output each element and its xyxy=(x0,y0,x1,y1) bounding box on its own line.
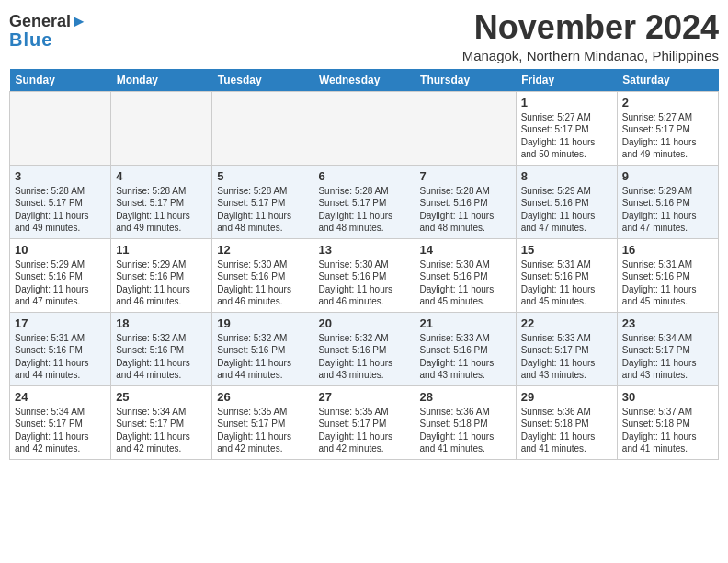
day-number: 9 xyxy=(622,169,713,183)
day-number: 26 xyxy=(217,390,308,404)
day-number: 10 xyxy=(15,243,106,257)
month-title: November 2024 xyxy=(462,9,719,46)
day-number: 11 xyxy=(116,243,207,257)
calendar-cell: 12Sunrise: 5:30 AM Sunset: 5:16 PM Dayli… xyxy=(212,238,313,312)
day-info: Sunrise: 5:31 AM Sunset: 5:16 PM Dayligh… xyxy=(15,332,106,382)
day-info: Sunrise: 5:37 AM Sunset: 5:18 PM Dayligh… xyxy=(622,406,713,455)
calendar-header-monday: Monday xyxy=(111,69,212,92)
calendar-cell: 22Sunrise: 5:33 AM Sunset: 5:17 PM Dayli… xyxy=(516,312,617,385)
day-number: 8 xyxy=(521,169,612,183)
day-number: 21 xyxy=(420,316,511,330)
day-info: Sunrise: 5:33 AM Sunset: 5:16 PM Dayligh… xyxy=(420,332,511,382)
day-number: 17 xyxy=(15,316,106,330)
calendar-cell xyxy=(212,91,313,165)
title-block: November 2024 Managok, Northern Mindanao… xyxy=(462,9,719,63)
day-number: 4 xyxy=(116,169,207,183)
calendar-cell: 15Sunrise: 5:31 AM Sunset: 5:16 PM Dayli… xyxy=(516,238,617,312)
calendar-cell: 8Sunrise: 5:29 AM Sunset: 5:16 PM Daylig… xyxy=(516,165,617,238)
calendar-cell: 3Sunrise: 5:28 AM Sunset: 5:17 PM Daylig… xyxy=(10,165,111,238)
calendar-week-row: 1Sunrise: 5:27 AM Sunset: 5:17 PM Daylig… xyxy=(10,91,719,165)
day-number: 28 xyxy=(420,390,511,404)
calendar-header-sunday: Sunday xyxy=(10,69,111,92)
day-number: 19 xyxy=(217,316,308,330)
calendar-cell xyxy=(10,91,111,165)
calendar-cell: 29Sunrise: 5:36 AM Sunset: 5:18 PM Dayli… xyxy=(516,385,617,459)
calendar-cell: 27Sunrise: 5:35 AM Sunset: 5:17 PM Dayli… xyxy=(313,385,415,459)
day-info: Sunrise: 5:27 AM Sunset: 5:17 PM Dayligh… xyxy=(521,111,612,161)
day-number: 15 xyxy=(521,243,612,257)
calendar-header-wednesday: Wednesday xyxy=(313,69,415,92)
day-info: Sunrise: 5:30 AM Sunset: 5:16 PM Dayligh… xyxy=(420,259,511,308)
day-number: 1 xyxy=(521,96,612,109)
calendar-cell: 19Sunrise: 5:32 AM Sunset: 5:16 PM Dayli… xyxy=(212,312,313,385)
day-info: Sunrise: 5:34 AM Sunset: 5:17 PM Dayligh… xyxy=(622,332,713,382)
day-info: Sunrise: 5:35 AM Sunset: 5:17 PM Dayligh… xyxy=(318,406,409,455)
calendar-cell xyxy=(415,91,516,165)
day-info: Sunrise: 5:32 AM Sunset: 5:16 PM Dayligh… xyxy=(116,332,207,382)
calendar-cell: 7Sunrise: 5:28 AM Sunset: 5:16 PM Daylig… xyxy=(415,165,516,238)
logo-blue: ► xyxy=(71,12,87,30)
calendar-cell: 13Sunrise: 5:30 AM Sunset: 5:16 PM Dayli… xyxy=(313,238,415,312)
calendar-cell: 6Sunrise: 5:28 AM Sunset: 5:17 PM Daylig… xyxy=(313,165,415,238)
calendar-header-tuesday: Tuesday xyxy=(212,69,313,92)
location-title: Managok, Northern Mindanao, Philippines xyxy=(462,48,719,63)
calendar-cell: 5Sunrise: 5:28 AM Sunset: 5:17 PM Daylig… xyxy=(212,165,313,238)
day-info: Sunrise: 5:36 AM Sunset: 5:18 PM Dayligh… xyxy=(521,406,612,455)
day-number: 16 xyxy=(622,243,713,257)
day-number: 6 xyxy=(318,169,409,183)
day-number: 12 xyxy=(217,243,308,257)
day-number: 14 xyxy=(420,243,511,257)
day-info: Sunrise: 5:33 AM Sunset: 5:17 PM Dayligh… xyxy=(521,332,612,382)
calendar-cell: 10Sunrise: 5:29 AM Sunset: 5:16 PM Dayli… xyxy=(10,238,111,312)
day-number: 7 xyxy=(420,169,511,183)
calendar-cell: 11Sunrise: 5:29 AM Sunset: 5:16 PM Dayli… xyxy=(111,238,212,312)
day-number: 5 xyxy=(217,169,308,183)
calendar-cell: 23Sunrise: 5:34 AM Sunset: 5:17 PM Dayli… xyxy=(617,312,718,385)
calendar-cell: 26Sunrise: 5:35 AM Sunset: 5:17 PM Dayli… xyxy=(212,385,313,459)
day-info: Sunrise: 5:29 AM Sunset: 5:16 PM Dayligh… xyxy=(116,259,207,308)
calendar-cell: 14Sunrise: 5:30 AM Sunset: 5:16 PM Dayli… xyxy=(415,238,516,312)
day-info: Sunrise: 5:28 AM Sunset: 5:17 PM Dayligh… xyxy=(318,185,409,235)
day-info: Sunrise: 5:35 AM Sunset: 5:17 PM Dayligh… xyxy=(217,406,308,455)
calendar-cell: 24Sunrise: 5:34 AM Sunset: 5:17 PM Dayli… xyxy=(10,385,111,459)
calendar-week-row: 24Sunrise: 5:34 AM Sunset: 5:17 PM Dayli… xyxy=(10,385,719,459)
calendar-week-row: 10Sunrise: 5:29 AM Sunset: 5:16 PM Dayli… xyxy=(10,238,719,312)
day-info: Sunrise: 5:28 AM Sunset: 5:16 PM Dayligh… xyxy=(420,185,511,235)
day-number: 29 xyxy=(521,390,612,404)
day-number: 25 xyxy=(116,390,207,404)
logo-general: General xyxy=(9,12,71,30)
calendar-cell: 18Sunrise: 5:32 AM Sunset: 5:16 PM Dayli… xyxy=(111,312,212,385)
day-number: 30 xyxy=(622,390,713,404)
day-number: 23 xyxy=(622,316,713,330)
day-number: 27 xyxy=(318,390,409,404)
calendar-week-row: 17Sunrise: 5:31 AM Sunset: 5:16 PM Dayli… xyxy=(10,312,719,385)
calendar-header-friday: Friday xyxy=(516,69,617,92)
day-info: Sunrise: 5:32 AM Sunset: 5:16 PM Dayligh… xyxy=(318,332,409,382)
day-info: Sunrise: 5:34 AM Sunset: 5:17 PM Dayligh… xyxy=(116,406,207,455)
calendar-table: SundayMondayTuesdayWednesdayThursdayFrid… xyxy=(9,69,719,460)
day-info: Sunrise: 5:32 AM Sunset: 5:16 PM Dayligh… xyxy=(217,332,308,382)
day-info: Sunrise: 5:29 AM Sunset: 5:16 PM Dayligh… xyxy=(15,259,106,308)
day-info: Sunrise: 5:36 AM Sunset: 5:18 PM Dayligh… xyxy=(420,406,511,455)
logo: General► Blue xyxy=(9,9,87,51)
day-info: Sunrise: 5:28 AM Sunset: 5:17 PM Dayligh… xyxy=(15,185,106,235)
day-number: 2 xyxy=(622,96,713,109)
calendar-cell: 2Sunrise: 5:27 AM Sunset: 5:17 PM Daylig… xyxy=(617,91,718,165)
day-number: 24 xyxy=(15,390,106,404)
day-info: Sunrise: 5:29 AM Sunset: 5:16 PM Dayligh… xyxy=(622,185,713,235)
calendar-cell: 28Sunrise: 5:36 AM Sunset: 5:18 PM Dayli… xyxy=(415,385,516,459)
calendar-cell: 30Sunrise: 5:37 AM Sunset: 5:18 PM Dayli… xyxy=(617,385,718,459)
day-info: Sunrise: 5:30 AM Sunset: 5:16 PM Dayligh… xyxy=(217,259,308,308)
calendar-cell: 1Sunrise: 5:27 AM Sunset: 5:17 PM Daylig… xyxy=(516,91,617,165)
day-number: 20 xyxy=(318,316,409,330)
calendar-cell xyxy=(111,91,212,165)
day-number: 3 xyxy=(15,169,106,183)
day-info: Sunrise: 5:29 AM Sunset: 5:16 PM Dayligh… xyxy=(521,185,612,235)
calendar-cell: 25Sunrise: 5:34 AM Sunset: 5:17 PM Dayli… xyxy=(111,385,212,459)
calendar-header-saturday: Saturday xyxy=(617,69,718,92)
day-info: Sunrise: 5:30 AM Sunset: 5:16 PM Dayligh… xyxy=(318,259,409,308)
calendar-header-thursday: Thursday xyxy=(415,69,516,92)
day-info: Sunrise: 5:28 AM Sunset: 5:17 PM Dayligh… xyxy=(116,185,207,235)
day-info: Sunrise: 5:31 AM Sunset: 5:16 PM Dayligh… xyxy=(622,259,713,308)
calendar-cell: 9Sunrise: 5:29 AM Sunset: 5:16 PM Daylig… xyxy=(617,165,718,238)
